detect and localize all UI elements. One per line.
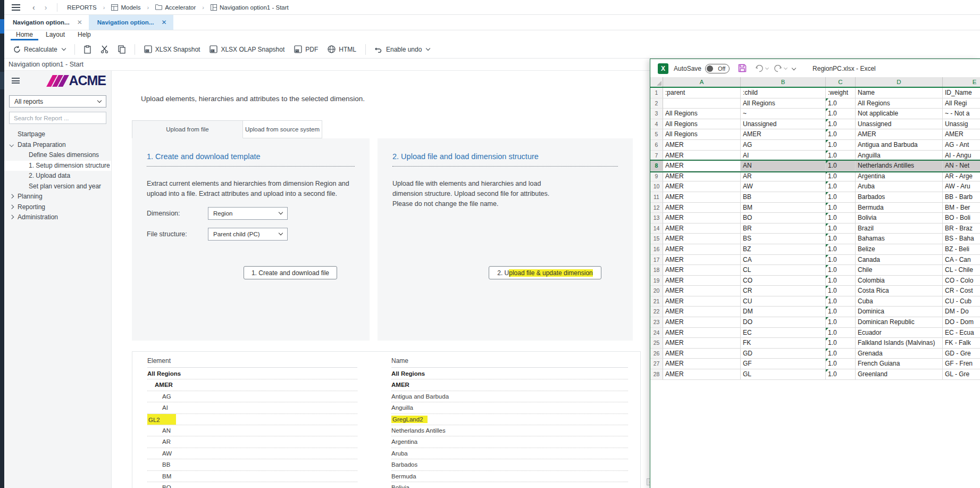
menu-help[interactable]: Help [72,31,96,40]
column-header-e[interactable]: E [943,77,980,87]
excel-sheet-row[interactable]: 28 AMER GL 1.0 Greenland GL - Gre [650,369,980,380]
cell-e[interactable]: BM - Ber [943,203,980,213]
cell-b[interactable]: EC [741,328,826,338]
excel-sheet-row[interactable]: 4 All Regions Unassigned 1.0 Unassigned … [650,119,980,130]
cell-a[interactable]: AMER [663,265,741,276]
cell-c[interactable]: 1.0 [826,203,856,213]
excel-sheet-row[interactable]: 6 AMER AG 1.0 Antigua and Barbuda AG - A… [650,140,980,151]
cell-e[interactable]: All Regi [943,98,980,109]
enable-undo-dropdown[interactable] [426,48,434,50]
close-icon[interactable]: ✕ [77,19,82,26]
cell-a[interactable]: AMER [663,224,741,234]
cell-b[interactable]: GL [741,369,826,380]
cell-a[interactable]: AMER [663,213,741,224]
row-header[interactable]: 26 [650,349,663,359]
sidebar-tree-item[interactable]: Reporting [4,202,111,213]
cell-d[interactable]: Dominican Republic [856,317,943,328]
forward-icon[interactable]: › [40,3,52,12]
cell-d[interactable]: Costa Rica [856,286,943,296]
cell-c[interactable]: 1.0 [826,192,856,203]
cell-c[interactable]: 1.0 [826,307,856,317]
cell-a[interactable]: AMER [663,276,741,286]
cell-c[interactable]: :weight [826,88,856,98]
cell-d[interactable]: Bahamas [856,234,943,244]
cell-e[interactable]: DM - Do [943,307,980,317]
cell-a[interactable]: AMER [663,181,741,192]
excel-sheet-row[interactable]: 7 AMER AI 1.0 Anguilla AI - Angu [650,151,980,161]
breadcrumb-accelerator[interactable]: Accelerator [155,4,196,11]
cell-c[interactable]: 1.0 [826,359,856,369]
cell-d[interactable]: Barbados [856,192,943,203]
cell-c[interactable]: 1.0 [826,338,856,349]
cell-a[interactable]: AMER [663,338,741,349]
cell-a[interactable]: All Regions [663,119,741,130]
cell-b[interactable]: All Regions [741,98,826,109]
row-header[interactable]: 22 [650,307,663,317]
cell-e[interactable]: BZ - Beli [943,244,980,255]
row-header[interactable]: 4 [650,119,663,130]
cell-b[interactable]: AG [741,140,826,151]
cell-b[interactable]: DM [741,307,826,317]
report-filter-select[interactable]: All reports [9,95,106,107]
cell-c[interactable]: 1.0 [826,317,856,328]
cell-b[interactable]: GD [741,349,826,359]
xlsx-snapshot-button[interactable]: XLS XLSX Snapshot [139,45,205,53]
cell-d[interactable]: Bermuda [856,203,943,213]
cell-b[interactable]: GF [741,359,826,369]
row-header[interactable]: 18 [650,265,663,276]
cell-c[interactable]: 1.0 [826,369,856,380]
row-header[interactable]: 14 [650,224,663,234]
excel-sheet-row[interactable]: 20 AMER CR 1.0 Costa Rica CR - Cost [650,286,980,296]
row-header[interactable]: 7 [650,151,663,161]
row-header[interactable]: 19 [650,276,663,286]
excel-sheet-row[interactable]: 8 AMER AN 1.0 Netherlands Antilles AN - … [650,161,980,171]
cell-d[interactable]: Aruba [856,181,943,192]
cell-b[interactable]: BO [741,213,826,224]
pdf-button[interactable]: PDF PDF [289,45,323,53]
cell-e[interactable]: ID_Name [943,88,980,98]
cell-b[interactable]: AMER [741,129,826,140]
excel-sheet-row[interactable]: 10 AMER AW 1.0 Aruba AW - Aru [650,181,980,192]
breadcrumb-report[interactable]: Navigation option1 - Start [211,4,289,11]
cell-d[interactable]: All Regions [856,98,943,109]
upload-file-update-dimension-button[interactable]: 2. Upload file & update dimension [489,266,601,279]
menu-hamburger-icon[interactable] [12,4,20,11]
save-button[interactable] [738,64,747,74]
cell-c[interactable]: 1.0 [826,213,856,224]
excel-sheet-row[interactable]: 16 AMER BZ 1.0 Belize BZ - Beli [650,244,980,255]
cut-button[interactable] [96,45,113,53]
cell-b[interactable]: CO [741,276,826,286]
excel-sheet-row[interactable]: 24 AMER EC 1.0 Ecuador EC - Ecua [650,328,980,338]
row-header[interactable]: 15 [650,234,663,244]
sidebar-tree-item[interactable]: 2. Upload data [4,171,111,181]
row-header[interactable]: 6 [650,140,663,151]
tab-upload-from-source[interactable]: Upload from source system [243,120,322,138]
cell-a[interactable]: AMER [663,244,741,255]
excel-sheet-row[interactable]: 22 AMER DM 1.0 Dominica DM - Do [650,307,980,317]
row-header[interactable]: 13 [650,213,663,224]
cell-c[interactable]: 1.0 [826,129,856,140]
sidebar-tree-item[interactable]: Planning [4,192,111,202]
cell-a[interactable]: AMER [663,317,741,328]
excel-sheet-row[interactable]: 13 AMER BO 1.0 Bolivia BO - Boli [650,213,980,224]
cell-e[interactable]: DO - Dom [943,317,980,328]
breadcrumb-reports[interactable]: REPORTS [67,4,96,11]
row-header[interactable]: 9 [650,171,663,182]
cell-e[interactable]: AW - Aru [943,181,980,192]
file-structure-select[interactable]: Parent child (PC) [208,228,288,241]
cell-c[interactable]: 1.0 [826,244,856,255]
cell-e[interactable]: BS - Baha [943,234,980,244]
cell-e[interactable]: GD - Gre [943,349,980,359]
row-header[interactable]: 17 [650,255,663,266]
row-header[interactable]: 1 [650,88,663,98]
cell-a[interactable]: AMER [663,307,741,317]
cell-e[interactable]: GF - Fren [943,359,980,369]
cell-b[interactable]: BZ [741,244,826,255]
copy-button[interactable] [113,45,130,54]
cell-e[interactable]: CL - Chile [943,265,980,276]
cell-d[interactable]: Greenland [856,369,943,380]
excel-sheet-row[interactable]: 27 AMER GF 1.0 French Guiana GF - Fren [650,359,980,369]
sidebar-tree-item[interactable]: 1. Setup dimension structure [4,161,111,171]
cell-d[interactable]: Bolivia [856,213,943,224]
cell-a[interactable]: AMER [663,349,741,359]
